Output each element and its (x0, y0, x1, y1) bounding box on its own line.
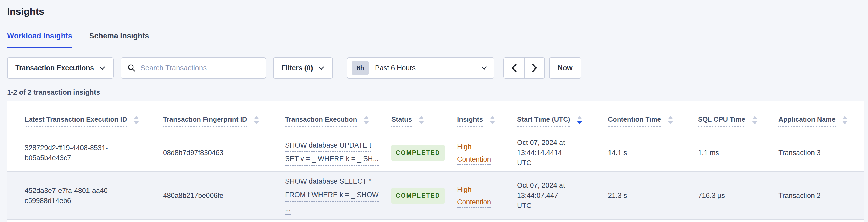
insights-table: Latest Transaction Execution ID Transact… (7, 101, 864, 222)
sort-icon-active-desc[interactable] (577, 116, 582, 125)
transaction-execution-cell: SHOW database SELECT * FROM t WHERE k = … (285, 175, 392, 217)
transaction-execution-link[interactable]: ... (285, 203, 291, 215)
filters-label: Filters (0) (281, 64, 313, 72)
execution-type-dropdown[interactable]: Transaction Executions (7, 57, 114, 78)
table-row: 328729d2-ff19-4408-8531-b05a5b4e43c7 08d… (7, 134, 864, 172)
sort-icon[interactable] (254, 116, 259, 125)
sort-icon[interactable] (842, 116, 847, 125)
chevron-left-icon (511, 63, 517, 73)
sort-icon[interactable] (752, 116, 757, 125)
transaction-execution-link[interactable]: FROM t WHERE k = _ SHOW (285, 190, 379, 202)
execution-id-cell: 328729d2-ff19-4408-8531-b05a5b4e43c7 (25, 143, 144, 163)
column-header-contention-time[interactable]: Contention Time (608, 116, 698, 134)
high-contention-link[interactable]: High Contention (457, 140, 502, 165)
insights-cell: High Contention (457, 183, 517, 208)
transaction-execution-cell: SHOW database UPDATE t SET v = _ WHERE k… (285, 139, 392, 167)
execution-id-cell: 452da3e7-e7fa-4801-aa40-c59988d14eb6 (25, 186, 144, 206)
transaction-execution-link[interactable]: SET v = _ WHERE k = _ SH... (285, 154, 379, 166)
insights-page: Insights Workload Insights Schema Insigh… (0, 0, 868, 222)
chevron-down-icon (481, 66, 487, 70)
search-input[interactable] (141, 64, 259, 72)
application-name-cell: Transaction 2 (778, 191, 859, 201)
sql-cpu-time-cell: 716.3 µs (698, 191, 778, 201)
column-header-sql-cpu-time[interactable]: SQL CPU Time (698, 116, 778, 134)
time-range-badge: 6h (352, 61, 369, 75)
status-badge: COMPLETED (392, 188, 445, 203)
column-header-start-time[interactable]: Start Time (UTC) (517, 116, 608, 134)
sort-icon[interactable] (490, 116, 495, 125)
high-contention-link[interactable]: High Contention (457, 183, 502, 208)
sql-cpu-time-cell: 1.1 ms (698, 148, 778, 158)
toolbar-divider (340, 56, 340, 81)
fingerprint-id-cell: 480a8b217be006fe (163, 191, 285, 201)
now-label: Now (558, 64, 572, 72)
column-header-transaction-execution[interactable]: Transaction Execution (285, 116, 392, 134)
time-range-nav (503, 57, 545, 78)
status-cell: COMPLETED (392, 188, 457, 203)
insights-cell: High Contention (457, 140, 517, 165)
previous-time-range-button[interactable] (504, 58, 524, 78)
results-summary: 1-2 of 2 transaction insights (7, 89, 868, 96)
table-row: 452da3e7-e7fa-4801-aa40-c59988d14eb6 480… (7, 172, 864, 220)
search-box[interactable] (121, 57, 266, 78)
application-name-cell: Transaction 3 (778, 148, 859, 158)
transaction-execution-link[interactable]: SHOW database UPDATE t (285, 140, 371, 152)
contention-time-cell: 21.3 s (608, 191, 698, 201)
sort-icon[interactable] (668, 116, 673, 125)
chevron-down-icon (318, 66, 324, 70)
tab-bar: Workload Insights Schema Insights (7, 32, 864, 49)
column-header-status[interactable]: Status (392, 116, 457, 134)
search-icon (127, 64, 136, 72)
chevron-right-icon (532, 63, 537, 73)
execution-type-label: Transaction Executions (15, 64, 94, 72)
column-header-transaction-fingerprint-id[interactable]: Transaction Fingerprint ID (163, 116, 285, 134)
transaction-execution-link[interactable]: SHOW database SELECT * (285, 177, 371, 188)
tab-schema-insights[interactable]: Schema Insights (89, 32, 149, 49)
time-range-label: Past 6 Hours (375, 64, 415, 72)
status-cell: COMPLETED (392, 145, 457, 161)
sort-icon[interactable] (134, 116, 139, 125)
table-header-row: Latest Transaction Execution ID Transact… (7, 101, 864, 134)
time-range-dropdown[interactable]: 6h Past 6 Hours (347, 57, 494, 78)
now-button[interactable]: Now (549, 57, 582, 78)
toolbar: Transaction Executions Filters (0) 6h Pa… (7, 57, 868, 78)
sort-icon[interactable] (419, 116, 424, 125)
column-header-application-name[interactable]: Application Name (778, 116, 859, 134)
tab-workload-insights[interactable]: Workload Insights (7, 32, 72, 49)
start-time-cell: Oct 07, 2024 at 13:44:07.447 UTC (517, 181, 581, 211)
chevron-down-icon (99, 66, 105, 70)
column-header-insights[interactable]: Insights (457, 116, 517, 134)
page-title: Insights (7, 6, 868, 17)
sort-icon[interactable] (364, 116, 369, 125)
filters-dropdown[interactable]: Filters (0) (273, 57, 333, 78)
column-header-latest-transaction-execution-id[interactable]: Latest Transaction Execution ID (25, 116, 163, 134)
contention-time-cell: 14.1 s (608, 148, 698, 158)
fingerprint-id-cell: 08d8b7d97f830463 (163, 148, 285, 158)
start-time-cell: Oct 07, 2024 at 13:44:14.4414 UTC (517, 138, 581, 168)
status-badge: COMPLETED (392, 145, 445, 161)
next-time-range-button[interactable] (524, 58, 544, 78)
